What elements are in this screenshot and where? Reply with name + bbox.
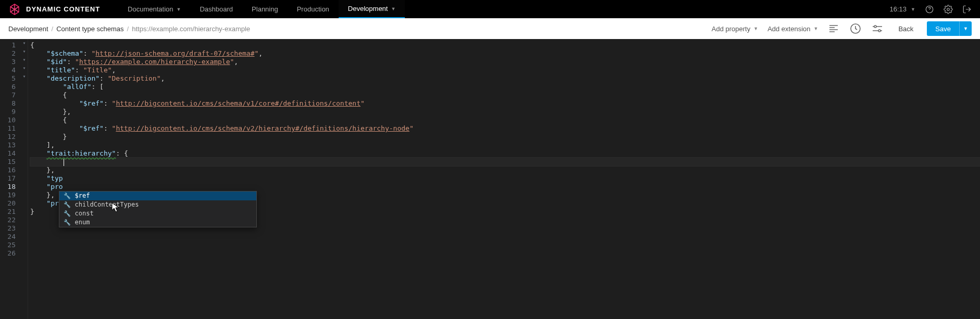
subbar-actions: Add property ▼ Add extension ▼ Back Save… [712, 21, 972, 36]
history-icon[interactable] [849, 22, 862, 35]
nav-tab-label: Development [348, 5, 388, 12]
back-button[interactable]: Back [898, 25, 913, 33]
breadcrumb-item[interactable]: Development [8, 25, 48, 33]
code-line[interactable]: "title": "Title", [30, 66, 980, 74]
wrench-icon: 🔧 [64, 192, 71, 200]
chevron-down-icon: ▼ [753, 26, 758, 31]
line-number: 25 [4, 241, 16, 249]
line-number: 16 [4, 166, 16, 174]
svg-point-1 [947, 8, 950, 10]
nav-tab-documentation[interactable]: Documentation▼ [118, 0, 190, 18]
code-line[interactable]: "$ref": "http://bigcontent.io/cms/schema… [30, 124, 980, 133]
nav-tab-dashboard[interactable]: Dashboard [190, 0, 242, 18]
suggest-item[interactable]: 🔧$ref [59, 192, 256, 200]
suggest-label: childContentTypes [75, 201, 139, 209]
text-caret [64, 159, 64, 166]
line-number: 13 [4, 141, 16, 149]
line-number: 20 [4, 199, 16, 208]
line-number: 11 [4, 124, 16, 133]
code-line[interactable]: "$ref": "http://bigcontent.io/cms/schema… [30, 99, 980, 108]
fold-marker[interactable]: ▾ [21, 56, 28, 64]
line-number: 9 [4, 108, 16, 116]
sub-bar: Development/Content type schemas/https:/… [0, 18, 980, 39]
nav-tab-label: Dashboard [200, 5, 233, 13]
code-line[interactable]: } [30, 133, 980, 141]
wrench-icon: 🔧 [64, 210, 71, 218]
fold-marker[interactable]: ▾ [21, 47, 28, 56]
svg-point-2 [874, 25, 876, 28]
code-editor[interactable]: 1234567891011121314151617181920212223242… [0, 39, 980, 319]
line-number: 14 [4, 149, 16, 158]
brand-name: DYNAMIC CONTENT [26, 5, 100, 13]
svg-point-3 [878, 30, 880, 32]
code-line[interactable]: "$id": "https://example.com/hierarchy-ex… [30, 58, 980, 66]
suggest-label: $ref [75, 192, 90, 200]
chevron-down-icon: ▼ [963, 26, 968, 31]
sliders-icon[interactable] [871, 22, 884, 35]
brand-logo-icon [8, 3, 21, 16]
nav-tab-label: Planning [252, 5, 278, 13]
add-property-dropdown[interactable]: Add property ▼ [712, 25, 758, 33]
save-label: Save [927, 25, 959, 33]
nav-tab-development[interactable]: Development▼ [339, 0, 405, 18]
nav-tab-label: Documentation [128, 5, 173, 13]
suggest-item[interactable]: 🔧const [59, 209, 256, 218]
line-number: 12 [4, 133, 16, 141]
suggest-label: enum [75, 219, 90, 226]
code-line[interactable]: "trait:hierarchy": { [30, 149, 980, 158]
breadcrumb-item[interactable]: Content type schemas [56, 25, 123, 33]
breadcrumb-sep: / [52, 25, 54, 33]
code-line[interactable]: "description": "Description", [30, 74, 980, 83]
logout-icon[interactable] [962, 5, 972, 14]
save-dropdown-toggle[interactable]: ▼ [959, 21, 972, 36]
code-line[interactable]: "pro [30, 183, 980, 191]
chevron-down-icon: ▼ [391, 6, 395, 11]
chevron-down-icon: ▼ [814, 26, 818, 31]
fold-marker[interactable]: ▾ [21, 64, 28, 72]
line-number: 10 [4, 116, 16, 124]
line-number: 5 [4, 74, 16, 83]
breadcrumb-sep: / [127, 25, 129, 33]
fold-marker[interactable]: ▾ [21, 39, 28, 47]
align-icon[interactable] [827, 22, 840, 35]
wrench-icon: 🔧 [64, 201, 71, 209]
chevron-down-icon: ▼ [177, 7, 181, 12]
line-number: 4 [4, 66, 16, 74]
fold-marker[interactable]: ▾ [21, 72, 28, 81]
code-line[interactable]: "allOf": [ [30, 83, 980, 91]
breadcrumb: Development/Content type schemas/https:/… [8, 25, 250, 33]
suggest-item[interactable]: 🔧childContentTypes [59, 200, 256, 209]
gear-icon[interactable] [944, 5, 953, 14]
nav-tab-planning[interactable]: Planning [242, 0, 288, 18]
clock[interactable]: 16:13 ▼ [890, 5, 915, 13]
code-line[interactable] [30, 158, 980, 166]
nav-tab-production[interactable]: Production [288, 0, 339, 18]
nav-tab-label: Production [297, 5, 329, 13]
code-line[interactable]: }, [30, 166, 980, 174]
code-line[interactable]: { [30, 116, 980, 124]
code-line[interactable]: { [30, 41, 980, 49]
breadcrumb-item: https://example.com/hierarchy-example [132, 25, 250, 33]
line-number: 22 [4, 216, 16, 224]
line-number: 18 [4, 183, 16, 191]
add-extension-dropdown[interactable]: Add extension ▼ [767, 25, 818, 33]
code-line[interactable]: ], [30, 141, 980, 149]
primary-nav: Documentation▼DashboardPlanningProductio… [118, 0, 405, 18]
code-line[interactable]: { [30, 91, 980, 99]
code-area[interactable]: { "$schema": "http://json-schema.org/dra… [28, 39, 980, 319]
code-line[interactable]: "$schema": "http://json-schema.org/draft… [30, 49, 980, 58]
help-icon[interactable] [925, 5, 934, 14]
line-number: 19 [4, 191, 16, 199]
code-line[interactable]: "typ [30, 174, 980, 183]
top-bar: DYNAMIC CONTENT Documentation▼DashboardP… [0, 0, 980, 18]
suggest-widget[interactable]: 🔧$ref🔧childContentTypes🔧const🔧enum [59, 191, 257, 227]
line-number: 17 [4, 174, 16, 183]
code-line[interactable]: }, [30, 108, 980, 116]
line-number: 23 [4, 224, 16, 233]
line-number: 8 [4, 99, 16, 108]
suggest-item[interactable]: 🔧enum [59, 218, 256, 227]
save-button[interactable]: Save ▼ [927, 21, 972, 36]
line-number: 7 [4, 91, 16, 99]
add-property-label: Add property [712, 25, 750, 33]
line-number-gutter: 1234567891011121314151617181920212223242… [0, 39, 21, 319]
